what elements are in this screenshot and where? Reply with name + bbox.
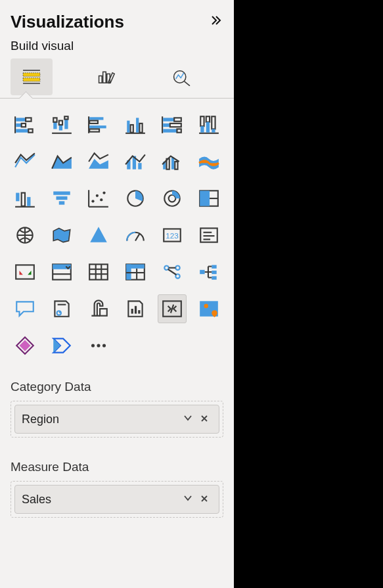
- visual-r-visual[interactable]: [158, 258, 187, 286]
- visual-map[interactable]: [11, 221, 39, 250]
- field-well-category-data: Category Data Region: [0, 365, 234, 445]
- collapse-pane-button[interactable]: [209, 13, 223, 31]
- visual-arcgis-map[interactable]: [194, 294, 223, 323]
- visual-stacked-bar-chart[interactable]: [11, 110, 39, 139]
- visual-type-grid: [0, 105, 234, 365]
- kpi-icon: [14, 262, 36, 282]
- field-well-label: Measure Data: [11, 460, 223, 474]
- bar-100-h-icon: [161, 115, 183, 135]
- line-col2-icon: [161, 152, 183, 171]
- build-icon: [21, 68, 42, 86]
- close-icon[interactable]: [196, 413, 212, 425]
- field-pill-sales[interactable]: Sales: [14, 485, 219, 514]
- ellipsis-icon: [87, 336, 110, 355]
- arcgis-icon: [198, 299, 220, 319]
- visual-100pct-stacked-column-chart[interactable]: [194, 110, 223, 139]
- narrative-icon: [124, 299, 146, 319]
- visual-gauge[interactable]: [121, 221, 150, 250]
- line-icon: [14, 152, 36, 171]
- power-apps-icon: [14, 336, 36, 355]
- slicer-icon: [51, 262, 73, 282]
- bar-clustered-v-icon: [124, 115, 146, 135]
- bar-stacked-h-icon: [14, 115, 36, 135]
- visual-ribbon-chart[interactable]: [194, 147, 223, 176]
- visual-filled-map[interactable]: [47, 221, 76, 250]
- visual-funnel-chart[interactable]: [47, 184, 76, 213]
- visual-python-visual[interactable]: [158, 294, 187, 323]
- field-well-label: Category Data: [11, 380, 223, 394]
- gauge-icon: [124, 225, 146, 245]
- field-pill-region[interactable]: Region: [14, 405, 219, 434]
- field-name: Region: [22, 413, 179, 426]
- visual-area-chart[interactable]: [47, 147, 76, 176]
- visual-donut-chart[interactable]: [158, 184, 187, 213]
- funnel-icon: [51, 189, 73, 208]
- visual-power-apps[interactable]: [11, 331, 39, 360]
- visual-table[interactable]: [84, 258, 113, 286]
- pie-icon: [124, 189, 146, 208]
- visual-clustered-column-chart[interactable]: [121, 110, 150, 139]
- waterfall-icon: [14, 189, 36, 208]
- visual-power-automate[interactable]: [47, 331, 76, 360]
- visual-multi-row-card[interactable]: [194, 221, 223, 250]
- visual-line-clustered-column-chart[interactable]: [158, 147, 187, 176]
- mode-tabs: [0, 58, 234, 95]
- table-icon: [87, 262, 110, 282]
- field-name: Sales: [22, 493, 179, 507]
- tab-divider: [0, 98, 234, 99]
- line-col-icon: [124, 152, 146, 171]
- decomp-icon: [198, 262, 220, 282]
- ribbon-icon: [198, 152, 220, 171]
- visual-waterfall-chart[interactable]: [11, 184, 39, 213]
- visual-get-more-visuals[interactable]: [84, 331, 113, 360]
- visual-card[interactable]: [158, 221, 187, 250]
- visual-treemap[interactable]: [194, 184, 223, 213]
- visual-stacked-column-chart[interactable]: [47, 110, 76, 139]
- visual-line-chart[interactable]: [11, 147, 39, 176]
- visual-scatter-chart[interactable]: [84, 184, 113, 213]
- visual-qna[interactable]: [11, 294, 39, 323]
- visual-slicer[interactable]: [47, 258, 76, 286]
- visual-decomposition-tree[interactable]: [194, 258, 223, 286]
- mode-tab-build-visual[interactable]: [11, 58, 53, 95]
- visual-pie-chart[interactable]: [121, 184, 150, 213]
- visual-100pct-stacked-bar-chart[interactable]: [158, 110, 187, 139]
- close-icon[interactable]: [196, 493, 212, 505]
- filled-map-icon: [51, 225, 73, 245]
- visual-paginated-report[interactable]: [47, 294, 76, 323]
- chevron-down-icon[interactable]: [179, 413, 196, 425]
- field-dropzone[interactable]: Region: [11, 401, 223, 438]
- area-stacked-icon: [87, 152, 110, 171]
- visual-azure-map[interactable]: [84, 221, 113, 250]
- bar-clustered-h-icon: [87, 115, 110, 135]
- pane-title: Visualizations: [11, 12, 124, 32]
- goals-icon: [87, 299, 110, 319]
- mode-tab-format-visual[interactable]: [85, 58, 127, 95]
- visual-clustered-bar-chart[interactable]: [84, 110, 113, 139]
- scatter-icon: [87, 189, 110, 208]
- qna-icon: [14, 299, 36, 319]
- r-visual-icon: [161, 262, 183, 282]
- map-icon: [14, 225, 36, 245]
- visual-line-stacked-column-chart[interactable]: [121, 147, 150, 176]
- visual-smart-narrative[interactable]: [121, 294, 150, 323]
- format-icon: [96, 68, 117, 86]
- field-well-measure-data: Measure Data Sales: [0, 445, 234, 526]
- analytics-icon: [171, 68, 192, 86]
- mode-tab-analytics[interactable]: [160, 58, 202, 95]
- py-visual-icon: [161, 299, 183, 319]
- visual-stacked-area-chart[interactable]: [84, 147, 113, 176]
- field-dropzone[interactable]: Sales: [11, 481, 223, 518]
- chevron-down-icon[interactable]: [179, 493, 196, 505]
- treemap-icon: [198, 189, 220, 208]
- card-icon: [161, 225, 183, 245]
- azure-map-icon: [87, 225, 110, 245]
- bar-stacked-v-icon: [51, 115, 73, 135]
- visual-goals[interactable]: [84, 294, 113, 323]
- visual-kpi[interactable]: [11, 258, 39, 286]
- pane-header: Visualizations: [0, 0, 234, 32]
- visual-matrix[interactable]: [121, 258, 150, 286]
- area-icon: [51, 152, 73, 171]
- visualizations-pane: Visualizations Build visual Category Dat…: [0, 0, 234, 588]
- matrix-icon: [124, 262, 146, 282]
